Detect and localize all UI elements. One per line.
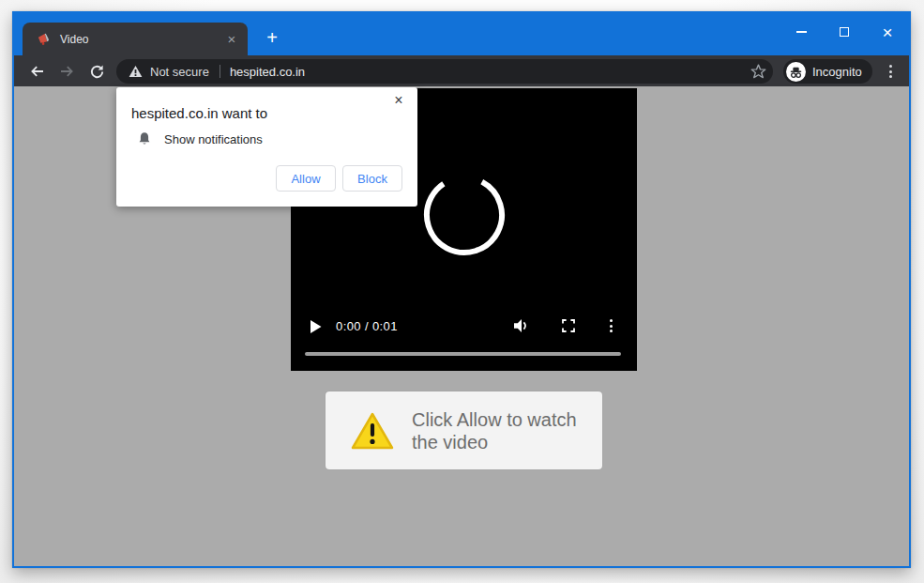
volume-icon bbox=[513, 318, 530, 333]
url-text[interactable]: hespited.co.in bbox=[230, 65, 750, 79]
warning-box: Click Allow to watch the video bbox=[326, 391, 602, 469]
fullscreen-button[interactable] bbox=[562, 319, 575, 332]
dialog-title: hespited.co.in want to bbox=[131, 105, 267, 121]
menu-dots-icon bbox=[889, 65, 892, 78]
incognito-icon bbox=[786, 62, 806, 82]
toolbar: Not secure hespited.co.in Incognito bbox=[14, 55, 909, 86]
video-progress-bar[interactable] bbox=[305, 352, 621, 356]
window-controls: × bbox=[780, 13, 909, 51]
megaphone-favicon-icon bbox=[37, 32, 51, 46]
browser-menu-button[interactable] bbox=[880, 61, 901, 82]
permission-row: Show notifications bbox=[137, 131, 263, 146]
bell-icon bbox=[137, 131, 152, 146]
address-bar[interactable]: Not secure hespited.co.in bbox=[116, 59, 773, 84]
close-window-button[interactable]: × bbox=[866, 13, 909, 51]
back-icon bbox=[29, 64, 45, 79]
video-time: 0:00 / 0:01 bbox=[336, 319, 398, 333]
block-button[interactable]: Block bbox=[342, 165, 402, 192]
notification-permission-dialog: × hespited.co.in want to Show notificati… bbox=[116, 87, 417, 207]
minimize-icon bbox=[796, 31, 807, 33]
tab-close-icon[interactable]: × bbox=[223, 31, 240, 48]
not-secure-warning-icon bbox=[129, 65, 143, 78]
warning-triangle-icon bbox=[350, 410, 395, 452]
volume-button[interactable] bbox=[513, 318, 530, 333]
tab-video[interactable]: Video × bbox=[23, 23, 248, 55]
tab-title: Video bbox=[60, 33, 223, 46]
omnibox-divider bbox=[220, 65, 220, 78]
reload-icon bbox=[89, 64, 105, 80]
play-button[interactable] bbox=[311, 320, 322, 333]
minimize-button[interactable] bbox=[780, 13, 823, 51]
forward-icon bbox=[59, 64, 75, 79]
incognito-label: Incognito bbox=[812, 65, 862, 79]
dialog-close-icon[interactable]: × bbox=[389, 91, 408, 110]
forward-button[interactable] bbox=[56, 61, 77, 82]
reload-button[interactable] bbox=[86, 61, 107, 82]
new-tab-button[interactable]: + bbox=[260, 26, 284, 51]
warning-message: Click Allow to watch the video bbox=[412, 408, 590, 453]
browser-window: Video × + × bbox=[12, 11, 911, 568]
titlebar: Video × + × bbox=[14, 13, 909, 55]
security-label[interactable]: Not secure bbox=[150, 65, 209, 79]
play-icon bbox=[311, 320, 322, 333]
maximize-button[interactable] bbox=[823, 13, 866, 51]
video-overflow-button[interactable] bbox=[610, 319, 613, 332]
bookmark-star-icon[interactable] bbox=[750, 64, 766, 79]
permission-label: Show notifications bbox=[164, 132, 263, 146]
loading-spinner-icon bbox=[422, 173, 507, 257]
maximize-icon bbox=[840, 27, 849, 37]
fullscreen-icon bbox=[562, 319, 575, 332]
allow-button[interactable]: Allow bbox=[276, 165, 336, 192]
back-button[interactable] bbox=[26, 61, 47, 82]
close-icon: × bbox=[882, 23, 892, 41]
incognito-badge: Incognito bbox=[783, 59, 872, 84]
video-controls: 0:00 / 0:01 bbox=[291, 316, 637, 337]
page-content: 0:00 / 0:01 × hespited.co.in w bbox=[14, 86, 909, 566]
